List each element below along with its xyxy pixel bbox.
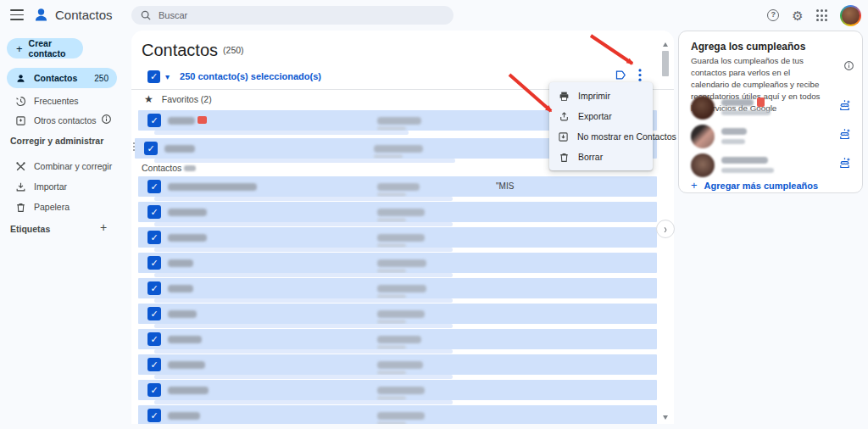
sidebar-item-label: Frecuentes — [34, 96, 79, 106]
history-icon — [15, 96, 26, 107]
section-label: Corregir y administrar — [10, 136, 103, 146]
contact-col2-blur — [374, 145, 423, 153]
help-icon[interactable]: ? — [767, 9, 779, 21]
contact-row-background[interactable]: ✓ — [138, 253, 657, 273]
info-icon[interactable] — [843, 60, 854, 71]
row-checkbox[interactable]: ✓ — [147, 307, 161, 320]
info-icon[interactable] — [101, 114, 112, 125]
row-checkbox[interactable]: ✓ — [147, 281, 161, 295]
row-blur-stripe — [154, 298, 453, 303]
contact-row-background[interactable]: ✓ — [138, 329, 657, 349]
row-checkbox[interactable]: ✓ — [147, 114, 161, 127]
chevron-down-icon[interactable]: ▾ — [165, 72, 170, 81]
contact-name-blur — [168, 117, 195, 125]
contact-row-background[interactable]: ✓ — [138, 278, 657, 298]
contact-name-blur — [168, 183, 257, 191]
other-contacts-icon — [15, 115, 26, 126]
top-bar: Contactos Buscar ? ⚙ — [0, 0, 868, 31]
export-icon — [559, 111, 570, 122]
row-checkbox[interactable]: ✓ — [147, 231, 161, 244]
search-input[interactable]: Buscar — [131, 6, 453, 25]
scroll-down-arrow[interactable] — [663, 415, 668, 420]
card-title: Agrega los cumpleaños — [691, 41, 805, 53]
menu-item-label: No mostrar en Contactos — [577, 131, 676, 142]
menu-item-print[interactable]: Imprimir — [549, 86, 653, 106]
contacts-count: (250) — [223, 45, 244, 55]
favorites-label: Favoritos (2) — [162, 94, 212, 104]
contact-row-background[interactable]: ✓ — [138, 405, 657, 424]
row-checkbox[interactable]: ✓ — [144, 142, 158, 155]
contact-detail-blur — [721, 139, 745, 144]
table-row[interactable]: ✓ — [131, 253, 674, 278]
table-row[interactable]: ✓ — [131, 405, 674, 424]
table-row[interactable]: ✓ — [131, 227, 674, 253]
label-icon[interactable] — [615, 69, 627, 81]
table-row[interactable]: ✓ — [131, 380, 674, 405]
table-row[interactable]: ✓ — [131, 329, 674, 354]
sidebar-item-label: Otros contactos — [34, 115, 97, 125]
settings-gear-icon[interactable]: ⚙ — [792, 9, 803, 22]
search-placeholder: Buscar — [159, 10, 187, 20]
more-options-icon[interactable] — [638, 69, 642, 81]
contact-name-blur — [168, 336, 202, 343]
table-row[interactable]: ✓ "MIS — [131, 176, 674, 202]
menu-item-export[interactable]: Exportar — [549, 106, 653, 126]
table-row[interactable]: ✓ — [131, 304, 674, 329]
add-more-birthdays-link[interactable]: + Agregar más cumpleaños — [691, 179, 818, 192]
sidebar-item-trash[interactable]: Papelera — [7, 197, 117, 217]
row-checkbox[interactable]: ✓ — [147, 358, 161, 371]
contact-col2-blur — [377, 412, 425, 420]
contact-row-background[interactable]: ✓ — [138, 227, 657, 248]
contact-col2-sub-blur — [377, 421, 406, 424]
contact-row-background[interactable]: ✓ — [138, 380, 657, 400]
scroll-thumb[interactable] — [662, 51, 669, 76]
sidebar-item-merge-fix[interactable]: Combinar y corregir — [7, 156, 117, 176]
contact-col2-blur — [377, 387, 425, 394]
contact-col2-blur — [377, 209, 425, 216]
table-row[interactable]: ✓ — [131, 354, 674, 380]
sidebar-item-contacts[interactable]: Contactos 250 — [7, 68, 117, 88]
contact-row-background[interactable]: ✓ — [138, 202, 657, 222]
create-contact-button[interactable]: + Crear contacto — [7, 38, 83, 58]
sidebar: + Crear contacto Contactos 250 Frecuente… — [0, 31, 131, 429]
contact-row-background[interactable]: ✓ — [138, 354, 657, 375]
table-row[interactable]: ✓ — [131, 202, 674, 227]
row-checkbox[interactable]: ✓ — [147, 409, 161, 422]
select-all-checkbox[interactable]: ✓ — [147, 70, 160, 83]
avatar-photo — [842, 7, 860, 25]
table-row[interactable]: ✓ — [131, 278, 674, 304]
contact-name-blur — [721, 99, 754, 106]
labels-header: Etiquetas — [10, 224, 50, 234]
sidebar-item-import[interactable]: Importar — [7, 176, 117, 197]
menu-item-delete[interactable]: Borrar — [549, 147, 653, 167]
add-label-icon[interactable]: + — [100, 220, 107, 234]
collapse-panel-button[interactable]: › — [656, 220, 675, 238]
contact-col2-blur — [377, 117, 421, 125]
row-blur-stripe — [154, 349, 453, 354]
add-link-label: Agregar más cumpleaños — [704, 181, 819, 191]
contact-row-background[interactable]: ✓ — [138, 304, 657, 324]
row-blur-stripe — [154, 159, 455, 163]
add-birthday-cake-icon[interactable] — [838, 157, 851, 170]
row-checkbox[interactable]: ✓ — [147, 180, 161, 193]
drag-handle-icon[interactable] — [131, 142, 135, 151]
add-birthday-cake-icon[interactable] — [838, 128, 851, 141]
row-checkbox[interactable]: ✓ — [147, 205, 161, 219]
row-checkbox[interactable]: ✓ — [147, 332, 161, 346]
row-checkbox[interactable]: ✓ — [147, 383, 161, 397]
user-avatar[interactable] — [840, 5, 861, 26]
contacts-logo-icon — [32, 6, 50, 24]
contact-col2-blur — [377, 285, 426, 292]
add-birthday-cake-icon[interactable] — [838, 99, 851, 112]
sidebar-item-label: Combinar y corregir — [34, 161, 112, 171]
contact-row-background[interactable]: ✓ "MIS — [138, 176, 657, 197]
contacts-count-badge: 250 — [94, 74, 108, 83]
sidebar-item-frequent[interactable]: Frecuentes — [7, 91, 117, 111]
row-checkbox[interactable]: ✓ — [147, 256, 161, 270]
hamburger-icon[interactable] — [10, 9, 24, 20]
birthday-contact-row — [691, 96, 852, 121]
scroll-up-arrow[interactable] — [663, 42, 668, 47]
apps-grid-icon[interactable] — [816, 9, 827, 20]
contact-name-blur — [168, 285, 193, 292]
menu-item-hide-from-contacts[interactable]: No mostrar en Contactos — [549, 126, 653, 147]
